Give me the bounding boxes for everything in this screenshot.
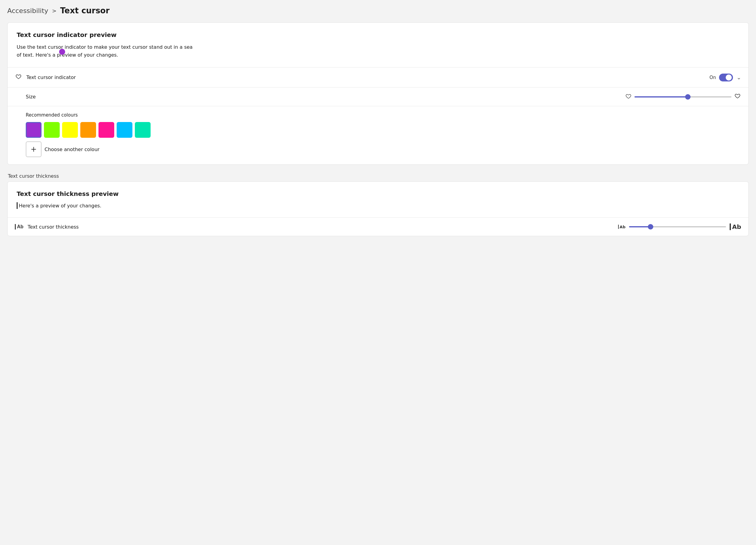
size-row: Size	[8, 87, 748, 106]
toggle-thumb	[726, 75, 732, 81]
choose-colour-plus-icon: +	[26, 141, 42, 157]
indicator-preview-section: Text cursor indicator preview Use the te…	[8, 23, 748, 67]
thickness-setting-label: Text cursor thickness	[28, 224, 618, 230]
choose-colour-label: Choose another colour	[45, 147, 99, 152]
colours-section: Recommended colours + Choose another col…	[8, 106, 748, 165]
colour-swatches	[26, 122, 730, 138]
thickness-icon-ab-left: Ab	[15, 224, 23, 230]
breadcrumb: Accessibility > Text cursor	[7, 6, 749, 15]
thickness-section-heading: Text cursor thickness	[7, 173, 749, 179]
breadcrumb-current-page: Text cursor	[60, 6, 109, 15]
size-icon-small	[625, 93, 632, 101]
thickness-card: Text cursor thickness preview Here's a p…	[7, 181, 749, 236]
breadcrumb-accessibility-link[interactable]: Accessibility	[7, 7, 48, 15]
indicator-setting-label: Text cursor indicator	[26, 75, 710, 80]
choose-colour-button[interactable]: + Choose another colour	[26, 141, 730, 157]
indicator-preview-text: Use the text cursor indicator to make yo…	[17, 43, 739, 59]
colour-swatch-cyan[interactable]	[117, 122, 132, 138]
thickness-preview-section: Text cursor thickness preview Here's a p…	[8, 182, 748, 218]
text-cursor-bar	[17, 202, 18, 209]
thickness-preview-text: Here's a preview of your changes.	[17, 202, 739, 209]
size-slider-container	[625, 92, 741, 101]
colour-swatch-orange[interactable]	[80, 122, 96, 138]
size-slider-thumb[interactable]	[685, 94, 691, 100]
size-slider-track[interactable]	[634, 96, 731, 98]
thickness-icon-small: Ab	[618, 225, 625, 229]
colours-title: Recommended colours	[26, 112, 730, 118]
colour-swatch-teal[interactable]	[135, 122, 151, 138]
thickness-slider-fill	[629, 226, 650, 228]
size-slider-fill	[634, 96, 688, 98]
thickness-slider-track[interactable]	[629, 226, 726, 228]
thickness-preview-title: Text cursor thickness preview	[17, 190, 739, 198]
indicator-toggle-row: Text cursor indicator On ⌄	[8, 67, 748, 87]
indicator-status-text: On	[710, 75, 716, 80]
thickness-slider-thumb[interactable]	[648, 224, 653, 230]
size-label: Size	[26, 94, 625, 100]
colour-swatch-yellow[interactable]	[62, 122, 78, 138]
thickness-slider-container: Ab Ab	[618, 223, 741, 231]
cursor-indicator-icon	[15, 73, 22, 82]
cursor-indicator-dot	[59, 49, 65, 55]
indicator-toggle[interactable]	[719, 74, 733, 81]
indicator-card: Text cursor indicator preview Use the te…	[7, 22, 749, 165]
size-icon-large	[734, 92, 741, 101]
collapse-chevron[interactable]: ⌄	[737, 74, 741, 81]
thickness-icon-large: Ab	[730, 223, 741, 231]
indicator-preview-title: Text cursor indicator preview	[17, 31, 739, 38]
colour-swatch-purple[interactable]	[26, 122, 42, 138]
colour-swatch-lime[interactable]	[44, 122, 60, 138]
breadcrumb-separator: >	[52, 8, 56, 14]
colour-swatch-magenta[interactable]	[98, 122, 114, 138]
thickness-setting-row: Ab Text cursor thickness Ab Ab	[8, 218, 748, 236]
